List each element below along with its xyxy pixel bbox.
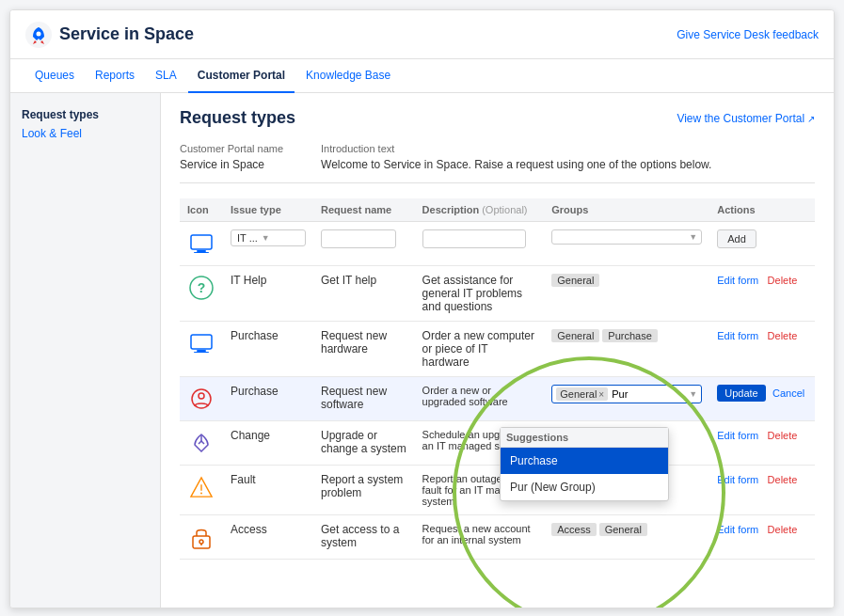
page-title: Request types — [180, 108, 295, 128]
content-area: Request types View the Customer Portal C… — [161, 93, 834, 608]
col-header-actions: Actions — [709, 198, 815, 222]
it-help-issue-type: IT Help — [223, 266, 313, 322]
suggestions-header: Suggestions — [501, 428, 668, 448]
table-row-access: Access Get access to a system Request a … — [180, 515, 815, 560]
table-row-change: Change Upgrade or change a system Schedu… — [180, 421, 815, 466]
add-row-icon — [187, 229, 215, 258]
fault-issue-type: Fault — [223, 466, 313, 515]
view-portal-link[interactable]: View the Customer Portal — [677, 112, 815, 125]
cancel-button[interactable]: Cancel — [772, 387, 804, 399]
fault-edit-form[interactable]: Edit form — [717, 474, 758, 485]
nav-customer-portal[interactable]: Customer Portal — [188, 59, 295, 93]
it-help-groups: General — [551, 274, 702, 287]
update-button[interactable]: Update — [717, 385, 765, 402]
svg-rect-8 — [197, 350, 206, 352]
software-request-name: Request new software — [313, 377, 415, 421]
col-header-icon: Icon — [180, 198, 223, 222]
access-delete[interactable]: Delete — [768, 524, 798, 535]
hardware-delete[interactable]: Delete — [768, 330, 798, 341]
groups-dropdown-icon: ▼ — [689, 232, 697, 242]
portal-info: Customer Portal name Service in Space In… — [180, 143, 815, 183]
col-header-issue-type: Issue type — [223, 198, 313, 222]
dropdown-item-pur-new-group[interactable]: Pur (New Group) — [501, 474, 668, 500]
issue-type-dropdown[interactable]: IT ... ▼ — [231, 229, 306, 246]
hardware-request-name: Request new hardware — [313, 322, 415, 377]
intro-text-value: Welcome to Service in Space. Raise a req… — [321, 158, 711, 171]
svg-point-14 — [200, 493, 202, 495]
change-delete[interactable]: Delete — [768, 430, 798, 441]
it-help-delete[interactable]: Delete — [768, 275, 798, 286]
access-description: Request a new account for an internal sy… — [415, 515, 545, 560]
svg-text:?: ? — [198, 280, 206, 295]
request-table: Icon Issue type Request name Description… — [180, 198, 815, 560]
tag-input-arrow-icon: ▼ — [689, 389, 697, 399]
hardware-description: Order a new computer or piece of IT hard… — [415, 322, 545, 377]
hardware-issue-type: Purchase — [223, 322, 313, 377]
description-input[interactable] — [422, 229, 526, 248]
col-header-request-name: Request name — [313, 198, 415, 222]
dropdown-arrow-icon: ▼ — [262, 233, 270, 243]
access-icon — [187, 523, 215, 551]
svg-rect-15 — [193, 536, 210, 548]
svg-point-1 — [37, 31, 41, 36]
issue-type-placeholder: IT ... — [237, 232, 258, 244]
fault-delete[interactable]: Delete — [768, 474, 798, 485]
it-help-request-name: Get IT help — [313, 266, 415, 322]
sidebar-look-feel[interactable]: Look & Feel — [22, 127, 149, 140]
rocket-icon — [25, 22, 52, 48]
svg-point-16 — [199, 540, 203, 544]
software-description: Order a new or upgraded software — [415, 377, 545, 421]
svg-rect-2 — [191, 235, 212, 249]
nav-reports[interactable]: Reports — [86, 59, 144, 93]
change-request-name: Upgrade or change a system — [313, 421, 415, 466]
fault-request-name: Report a system problem — [313, 466, 415, 515]
access-issue-type: Access — [223, 515, 313, 560]
it-help-edit-form[interactable]: Edit form — [717, 275, 758, 286]
sidebar-section-title: Request types — [22, 108, 149, 121]
portal-name-label: Customer Portal name — [180, 143, 283, 154]
add-button[interactable]: Add — [717, 229, 756, 248]
feedback-link[interactable]: Give Service Desk feedback — [677, 28, 819, 41]
table-row-it-help: ? IT Help Get IT help Get assistance for… — [180, 266, 815, 322]
table-row-fault: Fault Report a system problem Report an … — [180, 466, 815, 515]
nav-knowledge-base[interactable]: Knowledge Base — [296, 59, 400, 93]
svg-rect-3 — [197, 250, 206, 252]
hardware-groups: General Purchase — [551, 329, 702, 342]
nav-sla[interactable]: SLA — [146, 59, 186, 93]
svg-rect-4 — [194, 252, 209, 253]
logo-area: Service in Space — [25, 22, 194, 48]
table-row-purchase-software: Purchase Request new software Order a ne… — [180, 377, 815, 421]
suggestions-dropdown: Suggestions Purchase Pur (New Group) — [500, 427, 669, 501]
dropdown-item-purchase[interactable]: Purchase — [501, 448, 668, 474]
table-row-add: IT ... ▼ ▼ Add — [180, 222, 815, 266]
col-header-groups: Groups — [544, 198, 709, 222]
table-row-purchase-hardware: Purchase Request new hardware Order a ne… — [180, 322, 815, 377]
portal-name-value: Service in Space — [180, 158, 264, 171]
software-icon — [187, 385, 215, 413]
change-issue-type: Change — [223, 421, 313, 466]
hardware-icon — [187, 329, 215, 357]
change-icon — [187, 429, 215, 457]
it-help-icon: ? — [187, 274, 215, 302]
groups-tag-input[interactable]: General × ▼ — [551, 385, 702, 403]
groups-search-input[interactable] — [611, 387, 639, 401]
change-edit-form[interactable]: Edit form — [717, 430, 758, 441]
hardware-edit-form[interactable]: Edit form — [717, 330, 758, 341]
access-edit-form[interactable]: Edit form — [717, 524, 758, 535]
software-issue-type: Purchase — [223, 377, 313, 421]
col-header-description: Description (Optional) — [415, 198, 545, 222]
access-groups: Access General — [551, 523, 702, 536]
general-tag: General × — [556, 387, 608, 401]
svg-rect-7 — [191, 335, 212, 349]
access-request-name: Get access to a system — [313, 515, 415, 560]
it-help-description: Get assistance for general IT problems a… — [415, 266, 545, 322]
svg-rect-9 — [194, 352, 209, 353]
intro-text-label: Introduction text — [321, 143, 711, 154]
svg-point-11 — [199, 393, 204, 399]
nav-bar: Queues Reports SLA Customer Portal Knowl… — [10, 59, 834, 93]
request-name-input[interactable] — [321, 229, 396, 248]
sidebar: Request types Look & Feel — [10, 93, 161, 608]
fault-icon — [187, 473, 215, 501]
app-title: Service in Space — [59, 24, 194, 44]
nav-queues[interactable]: Queues — [25, 59, 84, 93]
